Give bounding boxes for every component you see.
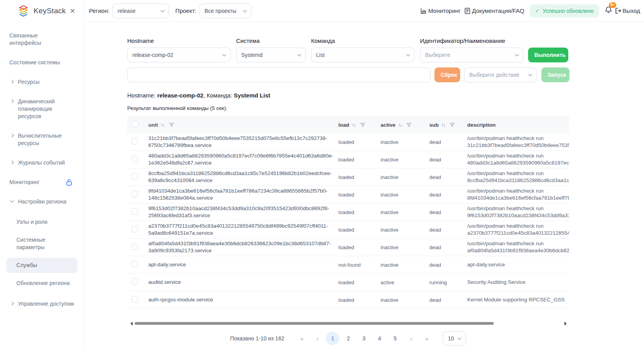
cell-description: /usr/bin/podman healthcheck run af0a804f…: [463, 240, 569, 254]
next-page-button[interactable]: ›: [404, 332, 417, 345]
row-checkbox[interactable]: [132, 138, 138, 145]
cell-description: /usr/bin/podman healthcheck run 8fd41034…: [463, 188, 569, 202]
cell-load: loaded: [334, 174, 376, 180]
col-description: description: [467, 122, 496, 128]
first-page-button[interactable]: «: [295, 332, 308, 345]
page-button-5[interactable]: 5: [388, 332, 402, 345]
scroll-left-icon[interactable]: [130, 322, 133, 326]
monitoring-link[interactable]: Мониторинг: [420, 7, 461, 14]
cell-description: /usr/bin/podman healthcheck run 9f6153d0…: [463, 205, 569, 219]
page-button-2[interactable]: 2: [342, 332, 355, 345]
services-table: unit ↑↓ load ↑↓ active ↑↓: [127, 116, 569, 309]
sidebar-item-event-logs[interactable]: Журналы событий: [9, 159, 78, 166]
project-select[interactable]: Все проекты: [199, 4, 251, 18]
page-button-3[interactable]: 3: [357, 332, 370, 345]
row-checkbox[interactable]: [132, 173, 138, 180]
filter-icon[interactable]: [450, 122, 455, 127]
sidebar-item-region-settings[interactable]: Настройки региона: [9, 198, 78, 205]
select-all-checkbox[interactable]: [132, 121, 138, 127]
sort-icon[interactable]: ↑↓: [352, 122, 356, 127]
sidebar-item-dynamic-scheduler[interactable]: Динамический планировщик ресурсов: [9, 98, 78, 120]
cell-sub: dead: [425, 209, 463, 215]
sidebar-subitem-services[interactable]: Службы: [6, 258, 78, 273]
chevron-right-icon: [10, 80, 14, 84]
table-row: 9f6153d02f7382b10aacd238f434c53dd9a310c9…: [127, 204, 569, 221]
logout-button[interactable]: Выход: [615, 7, 640, 14]
chevron-right-icon: [10, 99, 14, 103]
col-load: load: [338, 122, 349, 128]
docs-link[interactable]: Документация/FAQ: [464, 7, 524, 14]
cell-unit: 9f6153d02f7382b10aacd238f434c53dd9a310c9…: [143, 205, 334, 219]
row-checkbox[interactable]: [132, 243, 138, 250]
command-label: Команда: [311, 37, 415, 44]
filter-icon[interactable]: [406, 122, 411, 127]
sort-icon[interactable]: ↑↓: [161, 122, 164, 127]
command-summary: Hostname: release-comp-02, Команда: Syst…: [127, 92, 644, 99]
row-checkbox[interactable]: [132, 261, 138, 267]
sort-icon[interactable]: ↑↓: [441, 122, 445, 127]
identifier-select[interactable]: Выберите: [420, 48, 523, 62]
row-checkbox[interactable]: [132, 296, 138, 303]
page-button-4[interactable]: 4: [373, 332, 386, 345]
sidebar-item-compute-resources[interactable]: Вычислительные ресурсы: [9, 132, 78, 147]
horizontal-scrollbar: [127, 322, 569, 325]
table-row: 31c21bb3f7bead5fafeec3ff70d50b4eee753521…: [127, 133, 569, 151]
cell-active: inactive: [376, 262, 425, 268]
row-checkbox[interactable]: [132, 226, 138, 232]
identifier-label: Идентификатор/Наименование: [420, 37, 523, 44]
sidebar-subitem-region-update[interactable]: Обновление региона: [6, 276, 78, 291]
scrollbar-thumb[interactable]: [135, 322, 494, 325]
notification-count-badge: 9+: [609, 2, 616, 8]
table-row: apt-daily.service not-found inactive dea…: [127, 256, 569, 274]
run-button[interactable]: Запуск: [541, 67, 569, 82]
notifications-button[interactable]: 9+: [605, 6, 612, 16]
sidebar-item-system-state[interactable]: Состояние системы: [9, 59, 78, 66]
cell-active: inactive: [376, 139, 425, 145]
cell-load: loaded: [334, 280, 376, 285]
row-checkbox[interactable]: [132, 156, 138, 162]
hostname-label: Hostname: [127, 37, 231, 44]
sidebar-item-access-management[interactable]: Управление доступом: [9, 300, 78, 308]
pagination: Показано 1-10 из 162 « ‹ 1 2 3 4 5 › » 1…: [127, 331, 569, 345]
cell-load: loaded: [334, 209, 376, 215]
region-label: Регион:: [89, 7, 109, 14]
table-row: auth-rpcgss-module.service loaded inacti…: [127, 291, 569, 309]
sort-icon[interactable]: ↑↓: [398, 122, 402, 127]
sidebar-item-linked-interfaces[interactable]: Связанные интерфейсы: [9, 32, 78, 47]
cell-description: Security Auditing Service: [463, 279, 569, 286]
filter-icon[interactable]: [360, 122, 365, 127]
sidebar-item-monitoring[interactable]: Мониторинг: [9, 179, 78, 186]
filter-input[interactable]: [127, 67, 431, 82]
scroll-right-icon[interactable]: [564, 322, 567, 326]
page-size-select[interactable]: 10: [443, 331, 466, 345]
cell-load: loaded: [334, 157, 376, 163]
app-root: KeyStack ✕ Связанные интерфейсы Состояни…: [0, 0, 644, 347]
row-checkbox[interactable]: [132, 191, 138, 197]
hostname-select[interactable]: release-comp-02: [127, 48, 231, 62]
filter-icon[interactable]: [169, 122, 174, 127]
row-checkbox[interactable]: [132, 278, 138, 285]
cell-description: /usr/bin/podman healthcheck run a2370b37…: [463, 223, 569, 237]
prev-page-button[interactable]: ‹: [310, 332, 324, 345]
app-title: KeyStack: [34, 7, 68, 15]
system-select[interactable]: Systemd: [236, 48, 306, 62]
cell-sub: dead: [425, 157, 463, 163]
cell-load: loaded: [334, 192, 376, 198]
last-page-button[interactable]: »: [420, 332, 433, 345]
row-checkbox[interactable]: [132, 208, 138, 215]
sidebar-close-icon[interactable]: ✕: [68, 6, 77, 16]
command-form: Hostname release-comp-02 Система Systemd…: [127, 37, 644, 62]
sidebar-subitem-system-params[interactable]: Системные параметры: [6, 232, 78, 255]
sidebar-item-resources[interactable]: Ресурсы: [9, 78, 78, 86]
reset-button[interactable]: Сброс: [434, 67, 460, 82]
col-unit: unit: [148, 122, 158, 128]
execute-button[interactable]: Выполнить: [528, 48, 568, 62]
command-select[interactable]: List: [311, 48, 415, 62]
cell-sub: dead: [425, 227, 463, 233]
chevron-down-icon: [297, 53, 301, 57]
region-select[interactable]: release: [112, 4, 169, 18]
page-button-1[interactable]: 1: [326, 332, 339, 345]
sidebar-subitem-nodes-roles[interactable]: Узлы и роли: [6, 214, 78, 230]
action-select[interactable]: Выберите действие: [464, 67, 537, 82]
chevron-right-icon: [10, 134, 14, 138]
